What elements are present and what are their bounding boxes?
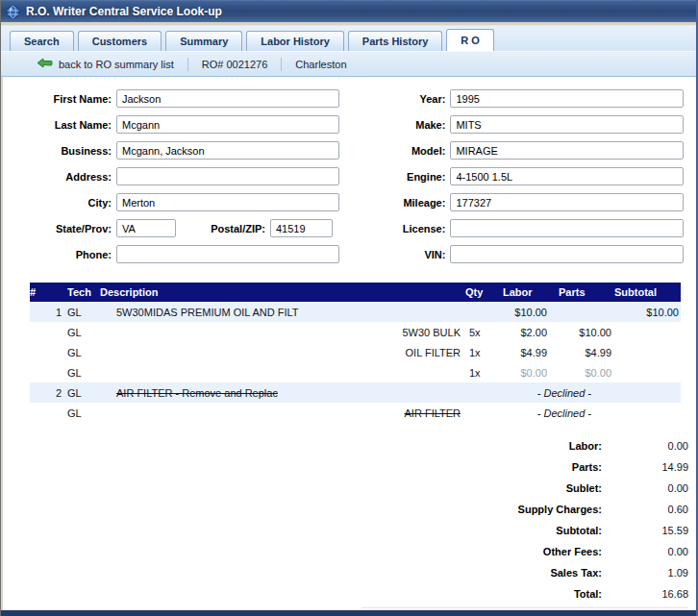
back-to-summary-link[interactable]: back to RO summary list xyxy=(37,58,174,70)
year-field[interactable] xyxy=(450,89,684,108)
total-row-labor: Labor: 0.00 xyxy=(361,435,688,456)
vin-field[interactable] xyxy=(450,245,684,263)
tab-parts-history[interactable]: Parts History xyxy=(348,31,442,51)
total-row-other-fees: Other Fees: 0.00 xyxy=(361,541,688,562)
col-header-labor: Labor xyxy=(503,283,559,302)
total-row-parts: Parts: 14.99 xyxy=(361,456,688,478)
first-name-field[interactable] xyxy=(116,89,339,108)
table-row-declined[interactable]: GL AIR FILTER - Declined - xyxy=(30,403,681,423)
col-header-tech: Tech xyxy=(64,283,95,302)
total-value: 14.99 xyxy=(625,461,688,473)
total-value: 1.09 xyxy=(625,567,688,579)
total-value: 0.00 xyxy=(625,440,688,452)
last-name-label: Last Name: xyxy=(1,119,116,131)
row-subtotal xyxy=(614,342,681,362)
row-parts: $0.00 xyxy=(559,362,614,382)
total-value: 0.00 xyxy=(625,546,688,557)
table-row[interactable]: GL 1x $0.00 $0.00 xyxy=(30,362,681,382)
address-label: Address: xyxy=(1,171,116,183)
phone-field[interactable] xyxy=(116,245,339,263)
row-subtotal: $10.00 xyxy=(614,302,681,322)
row-part xyxy=(316,302,461,322)
tab-bar: Search Customers Summary Labor History P… xyxy=(1,26,696,52)
total-value: 0.00 xyxy=(625,482,688,494)
engine-field[interactable] xyxy=(450,167,684,185)
table-row[interactable]: GL OIL FILTER 1x $4.99 $4.99 xyxy=(30,342,681,362)
shop-location: Charleston xyxy=(295,59,346,70)
tab-summary[interactable]: Summary xyxy=(165,31,242,51)
app-window: R.O. Writer Central Service Look-up Sear… xyxy=(0,0,698,616)
model-field[interactable] xyxy=(450,141,684,160)
total-label: Sublet: xyxy=(361,482,625,494)
total-label: Other Fees: xyxy=(361,546,625,557)
make-field[interactable] xyxy=(450,115,684,134)
declined-status: - Declined - xyxy=(461,382,614,403)
total-row-supply-charges: Supply Charges: 0.60 xyxy=(361,499,688,520)
total-value: 0.60 xyxy=(625,504,688,515)
row-description xyxy=(95,342,316,362)
zip-field[interactable] xyxy=(270,219,333,237)
tab-ro[interactable]: R O xyxy=(446,29,494,51)
customer-form: First Name: Last Name: Business: Address… xyxy=(1,86,368,267)
total-label: Parts: xyxy=(361,461,625,473)
make-label: Make: xyxy=(368,119,450,131)
row-tech: GL xyxy=(64,403,95,423)
year-label: Year: xyxy=(368,93,450,105)
license-field[interactable] xyxy=(450,219,684,237)
total-value: 16.68 xyxy=(625,588,688,600)
row-tech: GL xyxy=(64,382,95,403)
total-row-sales-tax: Sales Tax: 1.09 xyxy=(361,562,688,583)
row-num: 1 xyxy=(30,302,64,322)
tab-labor-history[interactable]: Labor History xyxy=(246,31,344,51)
toolbar-separator xyxy=(281,58,282,71)
mileage-field[interactable] xyxy=(450,193,684,211)
row-parts xyxy=(559,302,614,322)
col-header-num: # xyxy=(30,283,64,302)
row-qty: 1x xyxy=(461,342,503,362)
row-labor: $4.99 xyxy=(503,342,559,362)
mileage-label: Mileage: xyxy=(368,197,450,209)
row-labor: $0.00 xyxy=(503,362,559,382)
row-num xyxy=(30,362,64,382)
total-label: Supply Charges: xyxy=(361,504,625,515)
tab-customers[interactable]: Customers xyxy=(78,31,162,51)
row-labor: $10.00 xyxy=(503,302,559,322)
row-parts: $10.00 xyxy=(559,322,614,342)
address-field[interactable] xyxy=(116,167,339,185)
first-name-label: First Name: xyxy=(1,93,116,105)
table-row-declined[interactable]: 2 GL AIR FILTER - Remove and Replac - De… xyxy=(30,382,681,403)
row-num: 2 xyxy=(30,382,64,403)
total-row-sublet: Sublet: 0.00 xyxy=(361,478,688,499)
business-field[interactable] xyxy=(116,141,339,160)
state-field[interactable] xyxy=(116,219,176,237)
row-subtotal xyxy=(614,362,681,382)
totals-panel: Labor: 0.00 Parts: 14.99 Sublet: 0.00 Su… xyxy=(361,435,688,608)
row-tech: GL xyxy=(64,322,95,342)
table-row[interactable]: GL 5W30 BULK 5x $2.00 $10.00 xyxy=(30,322,681,342)
row-part-declined: AIR FILTER xyxy=(316,403,461,423)
row-qty: 1x xyxy=(461,362,503,382)
col-header-desc: Description xyxy=(95,283,316,302)
vin-label: VIN: xyxy=(368,249,450,260)
row-num xyxy=(30,403,64,423)
city-field[interactable] xyxy=(116,193,339,211)
total-value: 15.59 xyxy=(625,525,688,536)
window-title: R.O. Writer Central Service Look-up xyxy=(26,5,222,18)
repair-order-table: # Tech Description Qty Labor Parts Subto… xyxy=(30,283,681,423)
row-labor: $2.00 xyxy=(503,322,559,342)
tab-search[interactable]: Search xyxy=(10,31,74,51)
row-description: 5W30MIDAS PREMIUM OIL AND FILT xyxy=(95,302,316,322)
model-label: Model: xyxy=(368,145,450,157)
row-qty: 5x xyxy=(461,322,503,342)
total-label: Sales Tax: xyxy=(361,567,625,579)
last-name-field[interactable] xyxy=(116,115,339,134)
row-part: 5W30 BULK xyxy=(316,322,461,342)
row-tech: GL xyxy=(64,302,95,322)
table-row[interactable]: 1 GL 5W30MIDAS PREMIUM OIL AND FILT $10.… xyxy=(30,302,681,322)
back-arrow-icon xyxy=(37,58,53,70)
business-label: Business: xyxy=(1,145,116,157)
state-label: State/Prov: xyxy=(1,223,116,234)
total-label: Labor: xyxy=(361,440,625,452)
row-description-declined: AIR FILTER - Remove and Replac xyxy=(95,382,316,403)
total-label: Total: xyxy=(361,588,625,600)
